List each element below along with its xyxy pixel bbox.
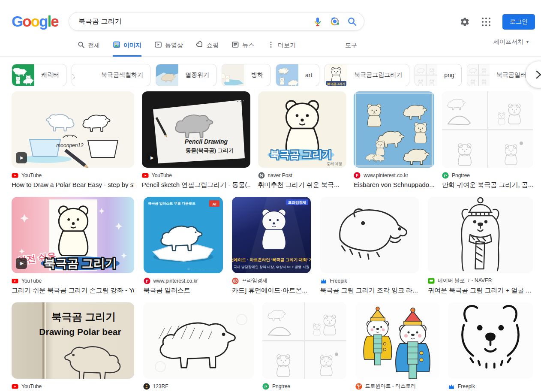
- related-chip-캐릭터[interactable]: 캐릭터: [12, 64, 66, 86]
- tab-search[interactable]: 전체: [77, 41, 100, 57]
- tab-label: 쇼핑: [207, 42, 219, 49]
- source-name: 드로윈아트 - 티스토리: [365, 383, 416, 390]
- result-thumbnail[interactable]: 북극곰 그리기 ⓒ제이펭: [258, 91, 346, 168]
- image-result: 완전 쉬운 북극곰 그리기 ▶ YouTube 그리기 쉬운 북극곰 그리기 손…: [12, 197, 134, 295]
- result-source[interactable]: 드로윈아트 - 티스토리: [355, 383, 439, 390]
- tools-button[interactable]: 도구: [345, 42, 357, 49]
- result-source[interactable]: P Pngtree: [442, 172, 533, 179]
- image-result: P Pngtree 북극곰 그리기 단계별 어린이 그림...: [262, 302, 346, 392]
- svg-text:프라임경제: 프라임경제: [288, 200, 307, 205]
- youtube-favicon-icon: [12, 172, 18, 179]
- result-title[interactable]: 만화 귀여운 북극곰 그리기, 곰...: [442, 181, 533, 189]
- logo-letter: o: [22, 13, 30, 30]
- result-source[interactable]: YouTube: [142, 172, 250, 179]
- result-source[interactable]: YouTube: [12, 277, 134, 284]
- result-source[interactable]: P www.pinterest.co.kr: [144, 277, 223, 284]
- related-chips: 캐릭터 북극곰색칠하기 멸종위기 빙하 art 북극곰그리기 북극곰그림그리기: [12, 64, 541, 86]
- source-name: 123RF: [153, 383, 168, 389]
- result-thumbnail[interactable]: [354, 91, 434, 168]
- result-title[interactable]: 북극곰 일러스트: [144, 286, 223, 295]
- chevron-down-icon: ▼: [526, 40, 529, 44]
- result-thumbnail[interactable]: [262, 302, 346, 379]
- tab-image[interactable]: 이미지: [113, 41, 141, 57]
- result-thumbnail[interactable]: [428, 197, 533, 273]
- tab-video[interactable]: 동영상: [154, 41, 183, 57]
- result-source[interactable]: 네이버 블로그 - NAVER: [428, 277, 533, 284]
- svg-text:Pencil Drawing: Pencil Drawing: [185, 138, 228, 145]
- result-source[interactable]: 123RF: [143, 383, 254, 390]
- chip-label: 북극곰그림그리기: [347, 71, 409, 79]
- svg-text:북극곰 그리기: 북극곰 그리기: [44, 257, 117, 270]
- chip-label: art: [298, 72, 319, 78]
- logo-letter: l: [47, 13, 51, 30]
- result-title[interactable]: 귀여운 북극곰 그림 그리기 + 얼굴 ...: [428, 286, 533, 295]
- svg-text:P: P: [444, 173, 447, 178]
- result-source[interactable]: 프라임경제: [232, 277, 311, 284]
- svg-text:P: P: [356, 173, 359, 178]
- image-result: 네이버 블로그 - NAVER 귀여운 북극곰 그림 그리기 + 얼굴 ...: [428, 197, 533, 295]
- grid-cell: [305, 341, 347, 379]
- result-source[interactable]: P Pngtree: [262, 383, 346, 390]
- lens-icon[interactable]: [330, 16, 340, 27]
- related-chip-북극곰그림그리기[interactable]: 북극곰그리기 북극곰그림그리기: [325, 64, 409, 86]
- result-title[interactable]: 취미추천 그리기 쉬운 북극...: [258, 181, 346, 189]
- result-source[interactable]: naver Post: [258, 172, 346, 179]
- related-chip-북극곰색칠하기[interactable]: 북극곰색칠하기: [72, 64, 150, 86]
- result-thumbnail[interactable]: moonpen12 ▶: [12, 91, 134, 168]
- result-thumbnail[interactable]: [448, 302, 533, 379]
- result-title[interactable]: 북극곰 그림 그리기 조각 잉크 라...: [320, 286, 419, 295]
- result-title[interactable]: Pencil sketch 연필그림그리기 - 동물(...: [142, 181, 250, 189]
- grid-cell: [488, 130, 533, 168]
- result-title[interactable]: 카드] 휴먼에이드·아트온...: [232, 286, 311, 295]
- result-source[interactable]: P www.pinterest.co.kr: [354, 172, 434, 179]
- chip-label: 멸종위기: [178, 71, 216, 79]
- result-source[interactable]: Freepik: [320, 277, 419, 284]
- image-result: 123RF 스케치 세밀화 곰의 그림, 로열티 무...: [143, 302, 254, 392]
- search-icon[interactable]: [347, 16, 357, 27]
- settings-gear-icon[interactable]: [460, 17, 470, 27]
- mic-icon[interactable]: [313, 16, 323, 27]
- result-thumbnail[interactable]: Pencil Drawing 동물(북극곰) 그리기 ▶: [142, 91, 250, 168]
- grid-cell: [262, 341, 304, 379]
- result-title[interactable]: How to Draw a Polar Bear Easy - step by …: [12, 181, 134, 188]
- chip-thumbnail: [222, 64, 244, 86]
- login-button[interactable]: 로그인: [502, 14, 535, 30]
- tistory-favicon-icon: [355, 383, 362, 390]
- prime-favicon-icon: [232, 277, 239, 284]
- result-source[interactable]: Freepik: [448, 383, 533, 390]
- safesearch-dropdown[interactable]: 세이프서치 ▼: [493, 38, 529, 46]
- source-name: Freepik: [458, 383, 475, 389]
- result-thumbnail[interactable]: 프라임경제 휴먼에이드 · 아트온라인 '북극곰 그리기 대회' 개최 국내 발…: [232, 197, 311, 273]
- related-chip-png[interactable]: png: [415, 64, 461, 86]
- result-source[interactable]: YouTube: [12, 383, 134, 390]
- related-chips-bar: 캐릭터 북극곰색칠하기 멸종위기 빙하 art 북극곰그리기 북극곰그림그리기: [0, 57, 541, 89]
- tab-tag[interactable]: 쇼핑: [196, 41, 219, 57]
- result-thumbnail[interactable]: 완전 쉬운 북극곰 그리기 ▶: [12, 197, 134, 273]
- pinterest-favicon-icon: P: [144, 277, 150, 284]
- related-chip-art[interactable]: art: [276, 64, 319, 86]
- tab-more[interactable]: 더보기: [267, 41, 296, 57]
- rf123-favicon-icon: [143, 383, 150, 390]
- result-title[interactable]: Eisbären von Schnuppado...: [354, 181, 434, 188]
- result-thumbnail[interactable]: [143, 302, 254, 379]
- google-logo[interactable]: Google: [12, 13, 58, 30]
- chevron-right-icon: [531, 70, 541, 79]
- tab-news[interactable]: 뉴스: [231, 41, 254, 57]
- source-name: Pngtree: [272, 383, 290, 389]
- result-thumbnail[interactable]: [320, 197, 419, 273]
- apps-grid-icon[interactable]: [481, 17, 491, 27]
- related-chip-멸종위기[interactable]: 멸종위기: [156, 64, 216, 86]
- result-source[interactable]: YouTube: [12, 172, 134, 179]
- result-thumbnail[interactable]: 북극곰 그리기 Drawing Polar bear: [12, 302, 134, 379]
- search-icon: [77, 41, 85, 50]
- result-thumbnail[interactable]: [442, 91, 533, 168]
- naverblog-favicon-icon: [428, 277, 435, 284]
- related-chip-빙하[interactable]: 빙하: [222, 64, 270, 86]
- grid-cell: [262, 302, 304, 340]
- search-input[interactable]: [78, 18, 306, 25]
- result-thumbnail[interactable]: [355, 302, 439, 379]
- result-title[interactable]: 그리기 쉬운 북극곰 그리기 손그림 강좌 - You...: [12, 286, 134, 295]
- result-thumbnail[interactable]: 북극곰 일러스트 무료 다운로드 AI ⓒ ___ ____ __ ______…: [144, 197, 223, 273]
- svg-text:북극곰그리기: 북극곰그리기: [327, 82, 345, 86]
- tab-label: 더보기: [278, 42, 296, 49]
